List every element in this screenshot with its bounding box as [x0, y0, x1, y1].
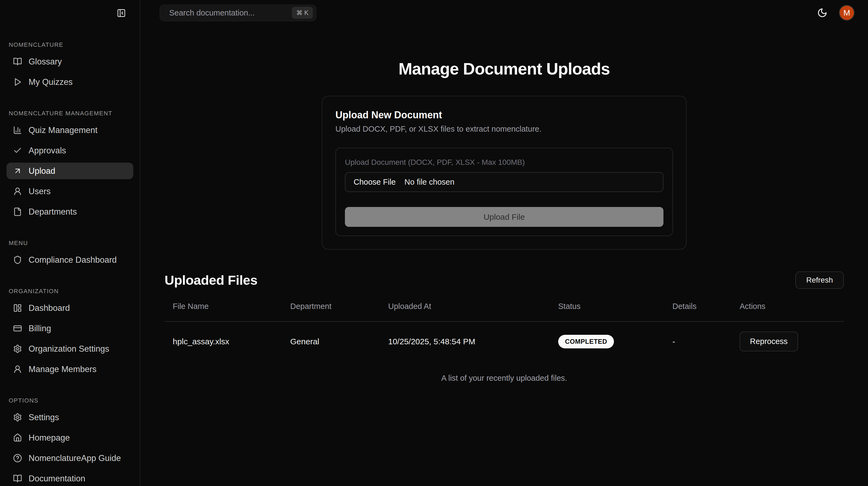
uploaded-files-header: Uploaded Files Refresh	[164, 271, 844, 289]
topbar-right: M	[817, 5, 855, 21]
refresh-button[interactable]: Refresh	[795, 271, 844, 289]
column-header-status: Status	[550, 295, 664, 321]
column-header-uploaded-at: Uploaded At	[380, 295, 550, 321]
table-caption: A list of your recently uploaded files.	[164, 374, 844, 383]
app-root: NOMENCLATURE Glossary My Quizzes NOMENCL…	[0, 0, 868, 486]
file-icon	[13, 207, 22, 216]
sidebar-item-label: Departments	[29, 207, 77, 217]
cell-uploaded-at: 10/25/2025, 5:48:54 PM	[380, 321, 550, 361]
choose-file-button[interactable]: Choose File	[353, 177, 396, 187]
upload-box: Upload Document (DOCX, PDF, XLSX - Max 1…	[335, 148, 673, 236]
cell-actions: Reprocess	[732, 321, 844, 361]
book-open-icon	[13, 57, 22, 66]
topbar: ⌘ K M	[141, 0, 868, 26]
section-label-organization: ORGANIZATION	[6, 287, 133, 295]
search-input[interactable]	[169, 8, 292, 18]
sidebar-section-nomenclature: NOMENCLATURE Glossary My Quizzes	[6, 41, 133, 94]
cell-file-name: hplc_assay.xlsx	[164, 321, 282, 361]
sidebar-section-menu: MENU Compliance Dashboard	[6, 239, 133, 272]
sidebar-item-organization-settings[interactable]: Organization Settings	[6, 341, 133, 357]
sidebar-item-settings[interactable]: Settings	[6, 409, 133, 426]
sidebar-item-label: Upload	[29, 166, 55, 176]
check-icon	[13, 146, 22, 155]
search-bar[interactable]: ⌘ K	[160, 5, 316, 21]
page-title: Manage Document Uploads	[141, 59, 868, 78]
sidebar-item-label: Documentation	[29, 474, 85, 484]
sidebar-item-my-quizzes[interactable]: My Quizzes	[6, 74, 133, 90]
sidebar-section-options: OPTIONS Settings Homepage NomenclatureAp…	[6, 396, 133, 486]
sidebar-item-manage-members[interactable]: Manage Members	[6, 361, 133, 378]
section-label-options: OPTIONS	[6, 396, 133, 405]
play-icon	[13, 77, 22, 87]
gear-icon	[13, 413, 22, 422]
sidebar-item-label: Billing	[29, 324, 51, 333]
sidebar-item-quiz-management[interactable]: Quiz Management	[6, 122, 133, 138]
user-icon	[13, 365, 22, 374]
moon-icon	[817, 8, 828, 18]
chart-column-icon	[13, 126, 22, 135]
sidebar-collapse-button[interactable]	[116, 8, 127, 19]
file-input[interactable]: Choose File No file chosen	[345, 172, 663, 192]
layout-panel-icon	[13, 303, 22, 313]
section-label-nomenclature-management: NOMENCLATURE MANAGEMENT	[6, 109, 133, 118]
uploaded-files-title: Uploaded Files	[164, 272, 257, 288]
avatar[interactable]: M	[839, 5, 855, 21]
sidebar-item-label: Glossary	[29, 57, 62, 67]
column-header-actions: Actions	[732, 295, 844, 321]
sidebar-item-label: Dashboard	[29, 303, 70, 313]
upload-field-label: Upload Document (DOCX, PDF, XLSX - Max 1…	[345, 158, 663, 167]
upload-card-title: Upload New Document	[335, 109, 673, 121]
column-header-details: Details	[664, 295, 732, 321]
gear-icon	[13, 344, 22, 353]
status-badge: COMPLETED	[558, 335, 614, 348]
page-content: Manage Document Uploads Upload New Docum…	[141, 26, 868, 486]
section-label-menu: MENU	[6, 239, 133, 247]
sidebar-item-label: Approvals	[29, 146, 66, 156]
sidebar-item-homepage[interactable]: Homepage	[6, 429, 133, 446]
reprocess-button[interactable]: Reprocess	[740, 331, 798, 351]
house-icon	[13, 433, 22, 442]
table-row: hplc_assay.xlsx General 10/25/2025, 5:48…	[164, 321, 844, 361]
main-column: ⌘ K M Manage Document Uploads Upload New…	[141, 0, 868, 486]
sidebar-nav: NOMENCLATURE Glossary My Quizzes NOMENCL…	[0, 0, 140, 486]
sidebar-item-label: Homepage	[29, 433, 70, 443]
sidebar-item-approvals[interactable]: Approvals	[6, 142, 133, 159]
sidebar-item-label: Manage Members	[29, 364, 97, 374]
shield-icon	[13, 255, 22, 264]
sidebar-item-upload[interactable]: Upload	[6, 163, 133, 179]
sidebar-item-label: Users	[29, 187, 51, 196]
uploaded-files-table: File Name Department Uploaded At Status …	[164, 295, 844, 361]
sidebar-item-billing[interactable]: Billing	[6, 320, 133, 337]
upload-card: Upload New Document Upload DOCX, PDF, or…	[322, 96, 687, 250]
cell-status: COMPLETED	[550, 321, 664, 361]
sidebar: NOMENCLATURE Glossary My Quizzes NOMENCL…	[0, 0, 141, 486]
sidebar-item-label: My Quizzes	[29, 77, 73, 87]
no-file-chosen-text: No file chosen	[404, 177, 455, 187]
cell-department: General	[282, 321, 380, 361]
sidebar-item-label: NomenclatureApp Guide	[29, 453, 121, 463]
sidebar-section-organization: ORGANIZATION Dashboard Billing Organizat…	[6, 287, 133, 381]
cell-details: -	[664, 321, 732, 361]
sidebar-section-nomenclature-management: NOMENCLATURE MANAGEMENT Quiz Management …	[6, 109, 133, 224]
sidebar-item-documentation[interactable]: Documentation	[6, 470, 133, 486]
sidebar-item-glossary[interactable]: Glossary	[6, 53, 133, 70]
sidebar-item-compliance-dashboard[interactable]: Compliance Dashboard	[6, 252, 133, 268]
sidebar-item-nomenclatureapp-guide[interactable]: NomenclatureApp Guide	[6, 450, 133, 466]
sidebar-item-departments[interactable]: Departments	[6, 203, 133, 220]
sidebar-item-label: Compliance Dashboard	[29, 255, 117, 265]
credit-card-icon	[13, 324, 22, 333]
column-header-department: Department	[282, 295, 380, 321]
arrow-up-right-icon	[13, 166, 22, 175]
section-label-nomenclature: NOMENCLATURE	[6, 41, 133, 49]
sidebar-item-dashboard[interactable]: Dashboard	[6, 300, 133, 316]
sidebar-item-label: Settings	[29, 413, 59, 422]
column-header-file-name: File Name	[164, 295, 282, 321]
circle-help-icon	[13, 454, 22, 463]
sidebar-item-label: Organization Settings	[29, 344, 109, 354]
sidebar-item-users[interactable]: Users	[6, 183, 133, 200]
theme-toggle-button[interactable]	[817, 8, 828, 18]
user-icon	[13, 187, 22, 196]
upload-file-button[interactable]: Upload File	[345, 207, 663, 227]
upload-card-subtitle: Upload DOCX, PDF, or XLSX files to extra…	[335, 125, 673, 133]
keyboard-shortcut-badge: ⌘ K	[292, 7, 313, 19]
